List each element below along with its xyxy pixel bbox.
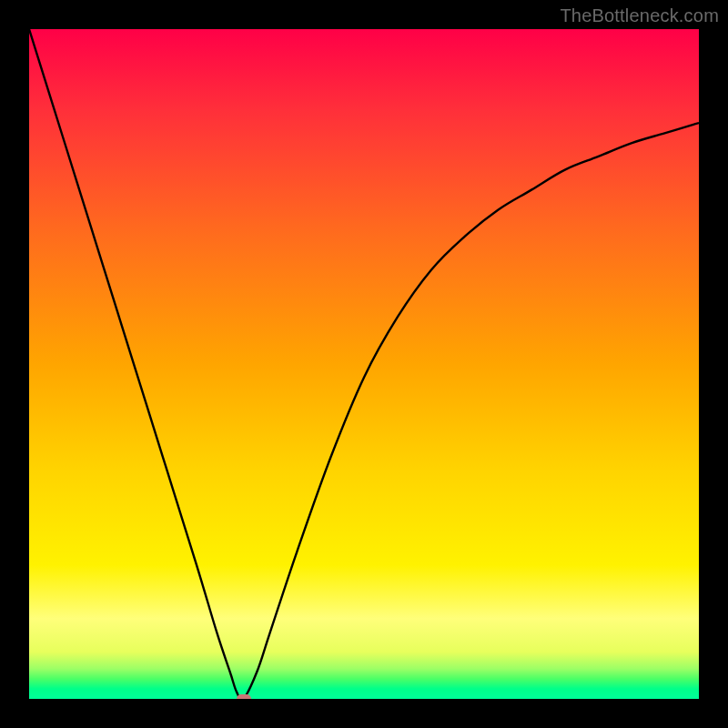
curve-svg <box>29 29 699 699</box>
plot-area <box>29 29 699 699</box>
bottleneck-curve <box>29 29 699 699</box>
chart-frame: TheBottleneck.com <box>0 0 728 728</box>
watermark-text: TheBottleneck.com <box>560 5 719 26</box>
minimum-marker <box>237 694 251 699</box>
